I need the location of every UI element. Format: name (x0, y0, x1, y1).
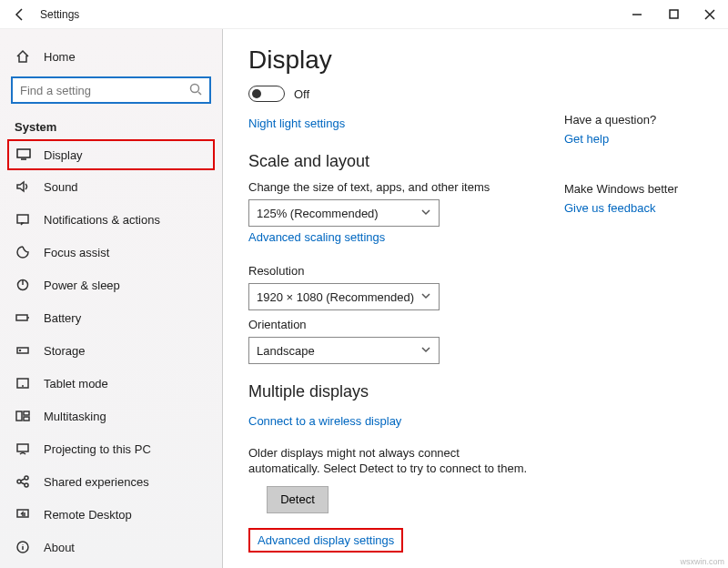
connect-wireless-link[interactable]: Connect to a wireless display (248, 414, 401, 428)
sidebar-item-label: Multitasking (44, 410, 106, 423)
svg-rect-2 (17, 149, 30, 157)
sidebar-item-about[interactable]: About (0, 531, 222, 563)
minimize-button[interactable] (619, 0, 655, 29)
sidebar-category: System (0, 111, 222, 139)
sidebar-item-remote-desktop[interactable]: Remote Desktop (0, 498, 222, 531)
back-button[interactable] (7, 2, 33, 27)
chevron-down-icon (420, 290, 431, 304)
page-title: Display (248, 46, 564, 75)
svg-point-15 (25, 483, 28, 487)
sidebar-item-label: Display (44, 148, 83, 162)
get-help-link[interactable]: Get help (564, 132, 712, 146)
sidebar-item-label: Power & sleep (44, 279, 120, 292)
sidebar-home[interactable]: Home (0, 40, 222, 73)
remote-desktop-icon (15, 506, 31, 522)
home-icon (15, 48, 31, 65)
svg-rect-3 (17, 215, 28, 223)
scale-layout-heading: Scale and layout (248, 152, 564, 171)
watermark: wsxwin.com (680, 557, 724, 566)
chevron-down-icon (420, 344, 431, 358)
display-icon (16, 147, 31, 164)
search-input[interactable] (11, 76, 211, 104)
content-pane: Display Off Night light settings Scale a… (223, 29, 564, 568)
tablet-icon (15, 375, 31, 391)
home-label: Home (44, 50, 76, 64)
svg-rect-5 (16, 315, 27, 320)
orientation-label: Orientation (248, 318, 564, 331)
about-icon (15, 539, 31, 555)
projecting-icon (15, 441, 31, 457)
window-title: Settings (40, 8, 79, 21)
resolution-select[interactable]: 1920 × 1080 (Recommended) (248, 283, 440, 310)
sidebar-item-power-sleep[interactable]: Power & sleep (0, 269, 222, 301)
sidebar-item-sound[interactable]: Sound (0, 170, 222, 203)
multiple-displays-heading: Multiple displays (248, 382, 564, 401)
svg-rect-12 (17, 444, 28, 451)
feedback-link[interactable]: Give us feedback (564, 201, 712, 215)
sidebar-item-tablet-mode[interactable]: Tablet mode (0, 367, 222, 400)
advanced-scaling-link[interactable]: Advanced scaling settings (248, 230, 385, 244)
chevron-down-icon (420, 207, 431, 220)
night-light-toggle[interactable]: Off (248, 86, 564, 102)
shared-icon (15, 473, 31, 490)
sound-icon (15, 178, 31, 195)
toggle-switch[interactable] (248, 86, 285, 102)
sidebar-item-label: Focus assist (44, 246, 109, 259)
maximize-button[interactable] (655, 0, 692, 29)
focus-assist-icon (15, 244, 31, 260)
svg-rect-0 (670, 10, 678, 18)
sidebar-item-label: Storage (44, 344, 86, 358)
storage-icon (15, 342, 31, 359)
resolution-label: Resolution (248, 264, 564, 278)
sidebar-item-notifications[interactable]: Notifications & actions (0, 203, 222, 236)
power-icon (15, 277, 31, 293)
sidebar-item-label: Sound (44, 180, 78, 194)
orientation-value: Landscape (257, 344, 315, 358)
question-label: Have a question? (564, 113, 712, 127)
advanced-display-settings-link[interactable]: Advanced display settings (258, 533, 394, 547)
aside-pane: Have a question? Get help Make Windows b… (564, 29, 728, 568)
sidebar-item-label: Tablet mode (44, 377, 108, 390)
svg-point-1 (191, 84, 199, 92)
notifications-icon (15, 211, 31, 228)
sidebar-item-label: Shared experiences (44, 475, 149, 489)
sidebar-item-label: Remote Desktop (44, 508, 132, 522)
sidebar-item-projecting[interactable]: Projecting to this PC (0, 432, 222, 465)
sidebar-item-focus-assist[interactable]: Focus assist (0, 236, 222, 269)
svg-rect-9 (16, 411, 22, 421)
search-field[interactable] (20, 84, 189, 97)
sidebar: Home System Display Sound Notifications … (0, 29, 223, 568)
resolution-value: 1920 × 1080 (Recommended) (257, 290, 414, 304)
sidebar-item-label: Projecting to this PC (44, 442, 151, 456)
sidebar-item-label: Battery (44, 311, 81, 325)
make-better-label: Make Windows better (564, 182, 712, 196)
battery-icon (15, 309, 31, 326)
sidebar-item-battery[interactable]: Battery (0, 301, 222, 334)
scale-select[interactable]: 125% (Recommended) (248, 199, 440, 227)
svg-rect-11 (24, 417, 29, 421)
svg-rect-10 (24, 411, 29, 415)
detect-button[interactable]: Detect (267, 486, 329, 513)
multitasking-icon (15, 408, 31, 424)
toggle-state-label: Off (294, 87, 309, 101)
search-icon (189, 83, 202, 98)
orientation-select[interactable]: Landscape (248, 337, 440, 364)
scale-value: 125% (Recommended) (257, 207, 379, 220)
older-displays-note: Older displays might not always connect … (248, 446, 531, 477)
svg-point-14 (25, 476, 28, 480)
sidebar-item-multitasking[interactable]: Multitasking (0, 400, 222, 432)
sidebar-item-label: Notifications & actions (44, 213, 160, 227)
night-light-settings-link[interactable]: Night light settings (248, 117, 345, 130)
sidebar-item-shared-experiences[interactable]: Shared experiences (0, 465, 222, 498)
svg-point-13 (17, 480, 21, 483)
close-button[interactable] (692, 0, 728, 29)
svg-point-7 (20, 350, 21, 351)
sidebar-item-storage[interactable]: Storage (0, 334, 222, 367)
sidebar-item-label: About (44, 541, 75, 554)
scale-label: Change the size of text, apps, and other… (248, 180, 564, 194)
sidebar-item-display[interactable]: Display (7, 139, 215, 170)
